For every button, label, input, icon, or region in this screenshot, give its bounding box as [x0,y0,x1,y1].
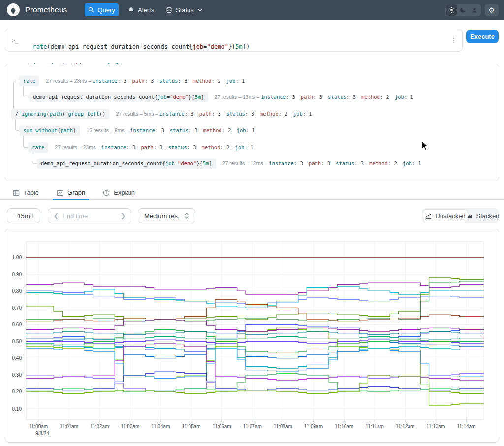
svg-text:0.30: 0.30 [12,372,22,378]
svg-text:11:11am: 11:11am [365,424,383,429]
label-cardinality: path: 3 [132,78,154,84]
resolution-select[interactable]: Medium res. [138,208,195,223]
label-cardinality: status: 3 [226,111,254,117]
svg-text:0.10: 0.10 [12,406,22,412]
theme-switcher [445,4,481,16]
tree-node-pill[interactable]: demo_api_request_duration_seconds_count{… [29,92,208,102]
chevron-down-icon [197,7,203,13]
stacking-toggle: Unstacked Stacked [422,208,499,223]
info-icon [103,190,110,196]
tree-node-row: demo_api_request_duration_seconds_count{… [29,92,419,102]
nav-query-button[interactable]: Query [85,3,119,16]
unstacked-button[interactable]: Unstacked [423,209,468,222]
svg-text:11:09am: 11:09am [304,424,323,429]
label-cardinality: status: 3 [170,127,198,133]
result-tabs: Table Graph Explain [0,186,504,200]
search-icon [88,7,94,13]
graph-canvas[interactable]: 11:00am11:01am11:02am11:03am11:04am11:05… [5,229,499,442]
query-editor[interactable]: >_ rate(demo_api_request_duration_second… [5,29,463,52]
label-cardinality: job: 1 [293,111,312,117]
svg-text:11:01am: 11:01am [60,424,78,429]
query-tree-panel: rate27 results – 23ms – instance: 3path:… [5,64,499,181]
svg-text:11:04am: 11:04am [151,424,170,429]
tree-node-stats: 27 results – 13ms – instance: 3path: 3st… [215,94,419,100]
settings-button[interactable]: ⚙ [485,4,499,16]
theme-auto-button[interactable] [469,4,480,16]
tree-node-stats: 27 results – 23ms – instance: 3path: 3st… [46,78,250,84]
tree-node-pill[interactable]: rate [19,76,39,86]
range-decrease-button[interactable]: − [12,212,16,220]
tree-node-pill[interactable]: rate [28,142,48,153]
nav-status-menu[interactable]: Status [166,3,203,16]
tree-node-row: / ignoring(path) group_left()27 results … [11,108,317,119]
label-cardinality: path: 3 [199,111,221,117]
person-icon [472,7,478,13]
range-input: − 15m + [7,208,40,223]
tab-graph[interactable]: Graph [56,186,86,200]
prompt-icon: >_ [12,37,18,43]
nav-status-label: Status [176,6,194,14]
execute-button[interactable]: Execute [466,30,499,43]
label-cardinality: instance: 3 [159,111,194,117]
tree-node-row: rate27 results – 23ms – instance: 3path:… [19,75,250,86]
nav-query-label: Query [97,6,115,14]
svg-text:11:00am: 11:00am [29,424,48,429]
tab-table[interactable]: Table [12,186,40,200]
label-cardinality: instance: 3 [269,160,303,166]
svg-text:11:13am: 11:13am [426,424,445,429]
theme-dark-button[interactable] [457,4,469,16]
svg-text:0.90: 0.90 [12,272,22,277]
sun-icon [448,7,455,13]
tree-node-stats: 27 results – 12ms – instance: 3path: 3st… [222,160,427,166]
label-cardinality: method: 2 [361,94,389,100]
stacked-button[interactable]: Stacked [468,209,498,222]
moon-icon [460,7,466,13]
label-cardinality: path: 3 [301,94,322,100]
label-cardinality: method: 2 [260,111,288,117]
label-cardinality: status: 3 [168,144,196,150]
theme-light-button[interactable] [446,4,457,16]
tree-node-pill[interactable]: sum without(path) [19,126,80,136]
tree-node-stats: 27 results – 23ms – instance: 3path: 3st… [55,144,259,150]
brand-link[interactable]: Prometheus [7,3,67,16]
tab-graph-label: Graph [67,189,85,196]
table-icon [13,190,20,196]
svg-text:11:06am: 11:06am [213,424,231,429]
prometheus-logo-icon [7,3,20,16]
end-time-picker[interactable]: ❮ End time ❯ [48,208,131,223]
area-chart-icon [467,213,473,219]
resolution-value: Medium res. [144,212,180,220]
label-cardinality: job: 1 [226,78,245,84]
promql-line: rate(demo_api_request_duration_seconds_c… [26,44,321,50]
label-cardinality: instance: 3 [93,78,127,84]
tab-explain[interactable]: Explain [102,186,136,200]
end-time-placeholder: End time [63,212,88,220]
line-chart-icon [425,213,432,219]
tree-node-row: sum without(path)15 results – 9ms – inst… [19,125,261,136]
label-cardinality: method: 2 [193,78,221,84]
label-cardinality: status: 3 [328,94,356,100]
svg-text:11:12am: 11:12am [396,424,414,429]
navbar: Prometheus Query Alerts Status [0,0,504,20]
svg-text:0.80: 0.80 [12,288,22,294]
svg-text:0.50: 0.50 [12,339,22,344]
tree-node-row: rate27 results – 23ms – instance: 3path:… [28,142,259,153]
tab-explain-label: Explain [114,189,135,196]
tree-node-pill[interactable]: demo_api_request_duration_seconds_count{… [37,159,216,169]
editor-menu-button[interactable]: ⋮ [448,35,459,45]
label-cardinality: job: 1 [235,144,253,150]
time-back-button[interactable]: ❮ [54,212,59,219]
range-value[interactable]: 15m [17,212,30,220]
svg-text:0.70: 0.70 [12,305,22,311]
time-forward-button[interactable]: ❯ [121,212,126,219]
range-increase-button[interactable]: + [31,212,35,220]
nav-alerts-button[interactable]: Alerts [128,3,154,16]
svg-text:0.20: 0.20 [12,389,22,394]
tab-table-label: Table [24,189,39,196]
svg-text:11:08am: 11:08am [274,424,292,429]
tree-node-stats: 15 results – 9ms – instance: 3status: 3m… [87,127,261,133]
graph-panel: 11:00am11:01am11:02am11:03am11:04am11:05… [5,229,499,443]
tree-node-pill[interactable]: / ignoring(path) group_left() [11,109,109,119]
label-cardinality: path: 3 [141,144,162,150]
gear-icon: ⚙ [488,6,495,14]
